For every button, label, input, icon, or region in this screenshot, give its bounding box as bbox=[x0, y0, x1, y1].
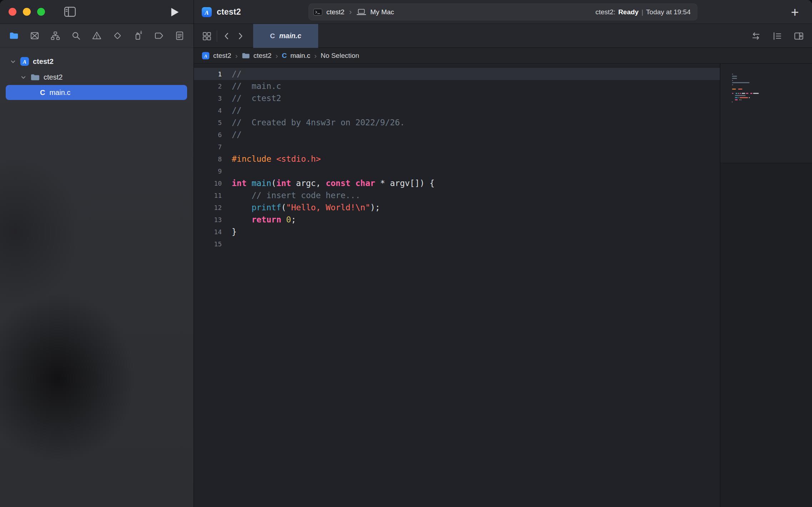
jumpbar-project-icon: A bbox=[202, 52, 210, 60]
line-number[interactable]: 7 bbox=[194, 143, 222, 151]
close-window-button[interactable] bbox=[9, 8, 16, 16]
line-number[interactable]: 4 bbox=[194, 107, 222, 114]
code-line[interactable]: 7 bbox=[194, 141, 720, 153]
disclosure-chevron-icon[interactable] bbox=[20, 74, 27, 81]
line-number[interactable]: 2 bbox=[194, 82, 222, 90]
symbols-icon[interactable] bbox=[49, 30, 61, 42]
sidebar-toggle-icon[interactable] bbox=[64, 6, 76, 18]
chevron-separator-icon: › bbox=[275, 51, 278, 60]
project-navigator-icon[interactable] bbox=[8, 30, 20, 42]
code-line[interactable]: 14} bbox=[194, 226, 720, 238]
tree-row-main-c-selected[interactable]: C main.c bbox=[6, 85, 187, 100]
status-state: Ready bbox=[618, 8, 638, 16]
editor-right-panel bbox=[720, 64, 812, 507]
editor-toolbar bbox=[749, 24, 806, 48]
c-file-icon: C bbox=[282, 52, 287, 60]
chevron-separator-icon: › bbox=[349, 7, 352, 17]
code-line[interactable]: 15 bbox=[194, 238, 720, 250]
tab-overview-icon[interactable] bbox=[200, 30, 213, 42]
line-number[interactable]: 3 bbox=[194, 95, 222, 102]
build-status[interactable]: ctest2: Ready | Today at 19:54 bbox=[595, 8, 691, 16]
back-chevron-icon[interactable] bbox=[220, 30, 233, 42]
code-line[interactable]: 2// main.c bbox=[194, 80, 720, 92]
svg-text:A: A bbox=[204, 9, 209, 16]
code-line[interactable]: 11 // insert code here... bbox=[194, 189, 720, 201]
status-time: Today at 19:54 bbox=[646, 8, 691, 16]
forward-chevron-icon[interactable] bbox=[234, 30, 247, 42]
tests-icon[interactable] bbox=[111, 30, 124, 42]
line-number[interactable]: 5 bbox=[194, 119, 222, 126]
titlebar: A ctest2 ctest2 › bbox=[0, 0, 812, 24]
activity-view: ctest2 › My Mac ctest2: Ready | Today at… bbox=[309, 4, 697, 20]
zoom-window-button[interactable] bbox=[37, 8, 45, 16]
tree-label: main.c bbox=[49, 89, 70, 97]
toolbar-divider bbox=[217, 30, 217, 42]
line-number[interactable]: 12 bbox=[194, 204, 222, 211]
project-navigator: A ctest2 ctest2 C main.c bbox=[0, 48, 194, 507]
navigator-bar bbox=[0, 24, 194, 48]
line-number[interactable]: 9 bbox=[194, 167, 222, 175]
traffic-lights bbox=[9, 8, 45, 16]
tree-label: ctest2 bbox=[44, 73, 62, 81]
c-file-icon: C bbox=[270, 32, 275, 40]
code-area[interactable]: 1//2// main.c3// ctest24//5// Created by… bbox=[194, 68, 720, 250]
line-number[interactable]: 13 bbox=[194, 216, 222, 224]
status-separator: | bbox=[641, 8, 643, 16]
scheme-target: ctest2 bbox=[326, 8, 345, 16]
disclosure-chevron-icon[interactable] bbox=[9, 58, 16, 65]
sidebar-split-divider[interactable] bbox=[194, 0, 194, 507]
code-line[interactable]: 9 bbox=[194, 165, 720, 177]
code-line[interactable]: 3// ctest2 bbox=[194, 92, 720, 104]
run-button[interactable] bbox=[169, 6, 181, 18]
jump-bar: A ctest2 › ctest2 › C main.c › No Select… bbox=[194, 48, 812, 64]
jumpbar-file[interactable]: main.c bbox=[290, 52, 310, 60]
source-editor[interactable]: 1//2// main.c3// ctest24//5// Created by… bbox=[194, 64, 720, 507]
code-line[interactable]: 4// bbox=[194, 104, 720, 116]
debug-icon[interactable] bbox=[132, 30, 144, 42]
window-title: ctest2 bbox=[217, 7, 241, 17]
minimap[interactable] bbox=[732, 73, 812, 105]
tab-main-c[interactable]: C main.c bbox=[253, 24, 318, 48]
new-tab-button[interactable]: + bbox=[787, 4, 803, 20]
find-icon[interactable] bbox=[70, 30, 82, 42]
line-number[interactable]: 15 bbox=[194, 240, 222, 248]
code-line[interactable]: 12 printf("Hello, World!\n"); bbox=[194, 201, 720, 214]
issues-icon[interactable] bbox=[91, 30, 103, 42]
tree-row-project[interactable]: A ctest2 bbox=[0, 54, 194, 69]
tree-row-group[interactable]: ctest2 bbox=[0, 69, 194, 85]
code-line[interactable]: 6// bbox=[194, 129, 720, 141]
code-line[interactable]: 13 return 0; bbox=[194, 214, 720, 226]
source-control-icon[interactable] bbox=[29, 30, 41, 42]
line-number[interactable]: 6 bbox=[194, 131, 222, 139]
add-editor-icon[interactable] bbox=[792, 29, 806, 43]
jumpbar-group[interactable]: ctest2 bbox=[254, 52, 272, 60]
svg-text:A: A bbox=[22, 59, 26, 65]
line-number[interactable]: 8 bbox=[194, 155, 222, 163]
minimize-window-button[interactable] bbox=[23, 8, 31, 16]
c-file-icon: C bbox=[40, 89, 45, 97]
status-app: ctest2: bbox=[595, 8, 615, 16]
code-line[interactable]: 5// Created by 4nsw3r on 2022/9/26. bbox=[194, 116, 720, 129]
svg-text:A: A bbox=[204, 53, 207, 58]
chevron-separator-icon: › bbox=[235, 51, 238, 60]
line-number[interactable]: 10 bbox=[194, 180, 222, 187]
jumpbar-project[interactable]: ctest2 bbox=[213, 52, 231, 60]
tab-label: main.c bbox=[279, 32, 301, 40]
folder-icon bbox=[242, 52, 250, 59]
code-line[interactable]: 1// bbox=[194, 68, 720, 80]
minimap-options-icon[interactable] bbox=[771, 29, 784, 43]
line-number[interactable]: 11 bbox=[194, 192, 222, 199]
tree-label: ctest2 bbox=[33, 57, 54, 66]
line-number[interactable]: 1 bbox=[194, 70, 222, 78]
minimap-container bbox=[720, 64, 812, 163]
xcode-project-icon: A bbox=[20, 57, 29, 66]
code-line[interactable]: 10int main(int argc, const char * argv[]… bbox=[194, 177, 720, 189]
scheme-selector[interactable]: ctest2 › My Mac bbox=[313, 7, 394, 17]
reports-icon[interactable] bbox=[174, 30, 186, 42]
line-number[interactable]: 14 bbox=[194, 228, 222, 236]
folder-icon bbox=[30, 73, 40, 81]
breakpoints-icon[interactable] bbox=[153, 30, 165, 42]
related-items-arrows-icon[interactable] bbox=[749, 29, 763, 43]
code-line[interactable]: 8#include <stdio.h> bbox=[194, 153, 720, 165]
jumpbar-selection[interactable]: No Selection bbox=[321, 52, 359, 60]
